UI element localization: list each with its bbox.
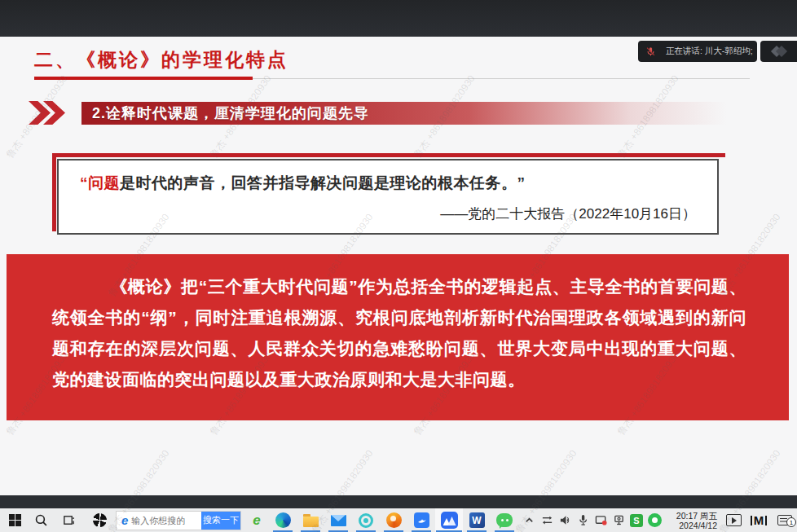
word-icon: W: [469, 512, 485, 528]
app-edge[interactable]: [269, 508, 297, 532]
tray-s-app[interactable]: S: [627, 508, 645, 532]
search-engine-icon: e: [121, 513, 128, 527]
teal-ring-icon: [359, 513, 373, 528]
pinwheel-app-button[interactable]: [90, 508, 109, 532]
ie-green-icon: e: [253, 512, 260, 529]
m-logo-icon: M: [750, 513, 768, 527]
app-file-explorer[interactable]: [297, 508, 324, 532]
orange-swirl-icon: [386, 512, 402, 528]
tray-screen-share[interactable]: [592, 508, 610, 532]
speaker-icon: [559, 514, 571, 526]
pinwheel-icon: [91, 512, 108, 528]
app-word[interactable]: W: [463, 508, 491, 532]
taskbar-clock[interactable]: 20:17 周五 2024/4/12: [667, 511, 717, 530]
microphone-icon: [577, 514, 589, 526]
mail-icon: [331, 515, 346, 526]
action-center[interactable]: 1: [773, 508, 797, 532]
muted-mic-icon: [645, 46, 656, 57]
quote-box: “问题是时代的声音，回答并指导解决问题是理论的根本任务。” ——党的二十大报告（…: [57, 159, 719, 235]
display-stand-icon: [613, 514, 625, 526]
start-button[interactable]: [5, 508, 24, 532]
tray-expand-button[interactable]: [520, 508, 538, 532]
section-banner-label: 2.诠释时代课题，厘清学理化的问题先导: [81, 103, 369, 123]
video-player-icon: [726, 514, 742, 526]
web-search-button[interactable]: 搜索一下: [201, 511, 240, 530]
body-text-block: 《概论》把“三个重大时代问题”作为总括全书的逻辑起点、主导全书的首要问题、统领全…: [7, 254, 789, 420]
app-ie-green[interactable]: e: [244, 508, 269, 532]
windows-logo-icon: [9, 514, 21, 526]
taskbar-search-button[interactable]: [31, 508, 51, 532]
tray-media-player[interactable]: [724, 508, 743, 532]
web-search-input[interactable]: [131, 516, 201, 525]
now-speaking-indicator[interactable]: 正在讲话: 川大-郭绍均;: [638, 41, 757, 62]
green-s-icon: S: [630, 514, 643, 527]
app-blue-bird[interactable]: [407, 508, 435, 532]
presentation-slide: 鲁杰 +8618981820930 鲁杰 +8618981820930 鲁杰 +…: [0, 37, 797, 495]
window-title-bar: [0, 0, 797, 37]
folder-icon: [303, 517, 319, 527]
edge-icon: [275, 512, 291, 528]
clock-time: 20:17 周五: [667, 511, 717, 521]
tray-audio-switch[interactable]: [538, 508, 556, 532]
app-tencent-meeting[interactable]: [435, 508, 463, 532]
bird-icon: [414, 512, 429, 528]
body-text: 《概论》把“三个重大时代问题”作为总括全书的逻辑起点、主导全书的首要问题、统领全…: [52, 271, 746, 395]
quote-highlight: “问题: [80, 174, 120, 191]
speaking-label: 正在讲话: 川大-郭绍均;: [666, 46, 753, 57]
transfer-arrows-icon: [541, 514, 553, 526]
quote-text: “问题是时代的声音，回答并指导解决问题是理论的根本任务。”: [80, 173, 699, 194]
screen-share-icon: [595, 514, 607, 526]
tray-microphone[interactable]: [574, 508, 592, 532]
notification-badge: 1: [786, 517, 796, 527]
tray-volume[interactable]: [556, 508, 574, 532]
chevron-up-icon: [523, 514, 535, 526]
slide-title: 二、《概论》的学理化特点: [34, 47, 288, 73]
search-icon: [34, 513, 48, 527]
quote-rest: 是时代的声音，回答并指导解决问题是理论的根本任务。”: [120, 174, 526, 191]
notification-icon: 1: [777, 515, 792, 525]
quote-attribution: ——党的二十大报告（2022年10月16日）: [80, 204, 699, 223]
tray-green-app[interactable]: [645, 508, 663, 532]
app-wechat[interactable]: [491, 508, 518, 532]
task-view-button[interactable]: [59, 508, 78, 532]
meeting-app-logo[interactable]: [760, 41, 797, 62]
meeting-mountains-icon: [441, 512, 458, 529]
title-rule-red: [34, 77, 253, 80]
tray-m-app[interactable]: M: [746, 508, 771, 532]
taskbar-web-search: e 搜索一下: [116, 508, 241, 532]
tray-display[interactable]: [610, 508, 627, 532]
taskbar: e 搜索一下 e W: [0, 508, 797, 532]
double-chevron-icon: [29, 101, 58, 125]
green-circle-icon: [648, 513, 662, 527]
section-banner: 2.诠释时代课题，厘清学理化的问题先导: [81, 102, 727, 125]
app-teal-ring[interactable]: [352, 508, 380, 532]
app-orange-browser[interactable]: [380, 508, 407, 532]
app-mail[interactable]: [324, 508, 352, 532]
screen-share-bottom-strip: [0, 495, 797, 508]
wechat-icon: [496, 513, 513, 527]
task-view-icon: [63, 514, 75, 526]
clock-date: 2024/4/12: [667, 521, 717, 530]
